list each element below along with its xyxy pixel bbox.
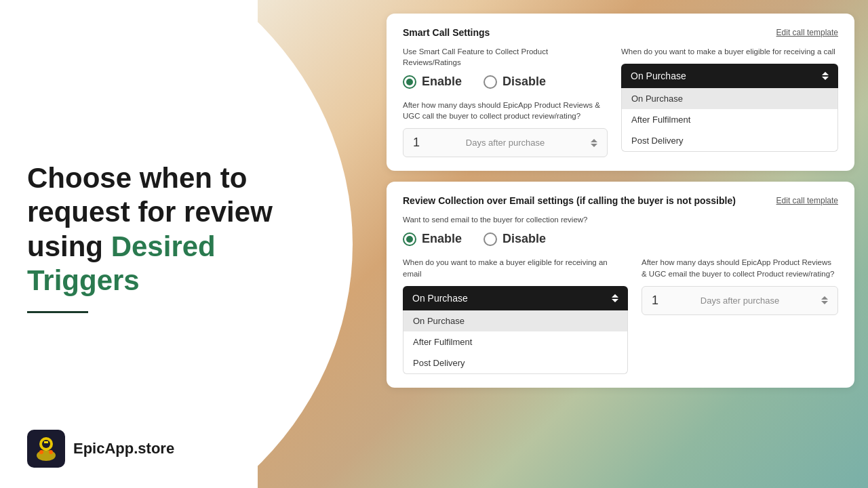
email-enable-option[interactable]: Enable: [403, 232, 462, 246]
smart-call-disable-option[interactable]: Disable: [484, 75, 546, 89]
email-radio-group: Enable Disable: [403, 232, 838, 246]
email-dropdown-value: On Purchase: [412, 293, 468, 304]
email-disable-option[interactable]: Disable: [484, 232, 546, 246]
email-days-suffix: Days after purchase: [701, 296, 779, 306]
email-option-on-purchase[interactable]: On Purchase: [403, 310, 627, 331]
smart-call-feature-label: Use Smart Call Feature to Collect Produc…: [403, 46, 608, 68]
smart-call-left-col: Use Smart Call Feature to Collect Produc…: [403, 46, 608, 157]
smart-call-card: Smart Call Settings Edit call template U…: [387, 14, 854, 171]
email-disable-radio[interactable]: [484, 232, 497, 246]
chevron-down-icon: [822, 77, 829, 80]
smart-call-dropdown-options: On Purchase After Fulfilment Post Delive…: [621, 88, 838, 152]
smart-call-dropdown-selected[interactable]: On Purchase: [621, 64, 838, 88]
svg-point-2: [42, 440, 50, 448]
email-days-down[interactable]: [821, 301, 828, 304]
smart-call-when-label: When do you want to make a buyer eligibl…: [621, 46, 838, 57]
divider-line: [27, 311, 88, 313]
smart-call-disable-radio[interactable]: [484, 75, 497, 89]
email-card-title: Review Collection over Email settings (i…: [403, 195, 736, 206]
svg-rect-6: [44, 441, 48, 443]
smart-call-two-col: Use Smart Call Feature to Collect Produc…: [403, 46, 838, 157]
email-two-col: When do you want to make a buyer eligibl…: [403, 257, 838, 373]
right-panel: Smart Call Settings Edit call template U…: [387, 14, 854, 474]
highlight-text: DesiredTriggers: [27, 230, 216, 296]
email-right-col: After how many days should EpicApp Produ…: [642, 257, 838, 314]
smart-call-days-suffix: Days after purchase: [466, 138, 545, 148]
email-days-section-label: After how many days should EpicApp Produ…: [642, 257, 838, 279]
smart-call-right-col: When do you want to make a buyer eligibl…: [621, 46, 838, 152]
smart-call-disable-label: Disable: [502, 75, 546, 89]
smart-call-days-input[interactable]: 1 Days after purchase: [403, 128, 608, 157]
smart-call-radio-group: Enable Disable: [403, 75, 608, 89]
brand-logo: [27, 430, 65, 468]
email-option-after-fulfilment[interactable]: After Fulfilment: [403, 331, 627, 352]
dropdown-option-on-purchase[interactable]: On Purchase: [622, 88, 837, 109]
main-heading: Choose when torequest for reviewusing De…: [27, 161, 353, 298]
email-when-label: When do you want to make a buyer eligibl…: [403, 257, 628, 279]
smart-call-dropdown-chevrons: [822, 72, 829, 80]
email-card-edit-link[interactable]: Edit call template: [776, 196, 838, 205]
email-days-up[interactable]: [821, 296, 828, 300]
email-dropdown-options: On Purchase After Fulfilment Post Delive…: [403, 310, 628, 374]
email-days-spinners[interactable]: [821, 296, 828, 304]
email-chevron-down-icon: [612, 299, 618, 302]
smart-call-days-value: 1: [413, 136, 420, 150]
brand-footer: EpicApp.store: [27, 430, 174, 468]
smart-call-enable-radio[interactable]: [403, 75, 416, 89]
email-chevron-up-icon: [612, 294, 618, 298]
smart-call-days-label: After how many days should EpicApp Produ…: [403, 100, 608, 121]
email-dropdown[interactable]: On Purchase On Purchase After Fulfilment…: [403, 286, 628, 374]
email-disable-label: Disable: [502, 232, 546, 246]
email-dropdown-chevrons: [612, 294, 618, 302]
smart-call-enable-label: Enable: [422, 75, 462, 89]
email-send-label: Want to send email to the buyer for coll…: [403, 214, 838, 225]
smart-call-enable-option[interactable]: Enable: [403, 75, 462, 89]
dropdown-option-after-fulfilment[interactable]: After Fulfilment: [622, 109, 837, 130]
chevron-up-icon: [822, 72, 829, 75]
smart-call-title: Smart Call Settings: [403, 27, 490, 38]
smart-call-days-spinners[interactable]: [591, 139, 597, 147]
smart-call-dropdown[interactable]: On Purchase On Purchase After Fulfilment…: [621, 64, 838, 152]
email-option-post-delivery[interactable]: Post Delivery: [403, 352, 627, 373]
smart-call-edit-link[interactable]: Edit call template: [776, 28, 838, 37]
left-panel: Choose when torequest for reviewusing De…: [0, 0, 380, 488]
dropdown-option-post-delivery[interactable]: Post Delivery: [622, 130, 837, 151]
email-days-input[interactable]: 1 Days after purchase: [642, 286, 838, 315]
email-card-header: Review Collection over Email settings (i…: [403, 195, 838, 206]
email-enable-label: Enable: [422, 232, 462, 246]
svg-point-5: [49, 450, 53, 454]
brand-name: EpicApp.store: [73, 440, 174, 458]
email-left-col: When do you want to make a buyer eligibl…: [403, 257, 628, 373]
smart-call-days-down[interactable]: [591, 144, 597, 147]
smart-call-dropdown-value: On Purchase: [631, 70, 686, 81]
svg-point-4: [39, 450, 43, 454]
email-days-value: 1: [652, 293, 658, 308]
email-enable-radio[interactable]: [403, 232, 416, 246]
smart-call-header: Smart Call Settings Edit call template: [403, 27, 838, 38]
email-card: Review Collection over Email settings (i…: [387, 182, 854, 387]
email-dropdown-selected[interactable]: On Purchase: [403, 286, 628, 310]
smart-call-days-up[interactable]: [591, 139, 597, 142]
